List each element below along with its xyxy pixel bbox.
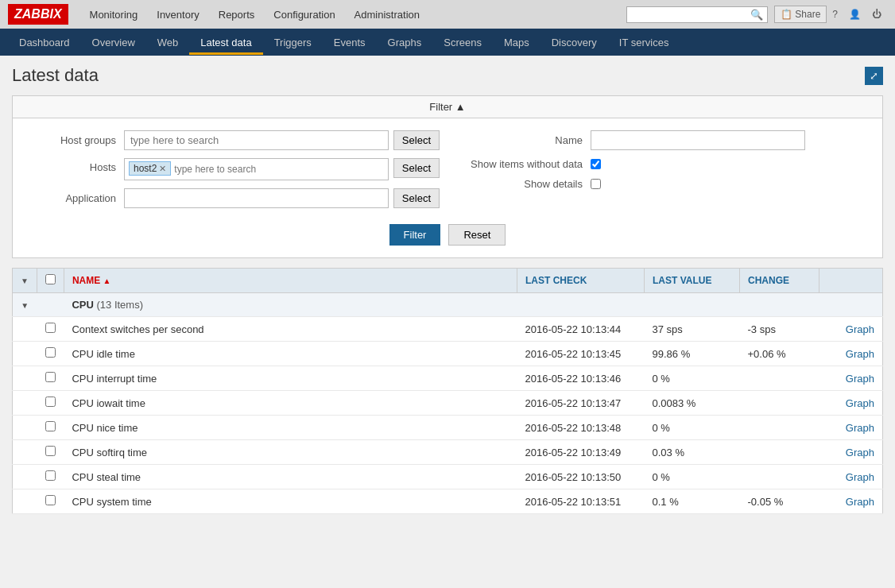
reset-button[interactable]: Reset [448,224,506,246]
table-row: CPU system time 2016-05-22 10:13:51 0.1 … [13,489,883,514]
row-graph-6[interactable]: Graph [819,465,883,489]
nav-discovery[interactable]: Discovery [540,30,608,55]
group-toggle[interactable]: ▼ [13,293,37,317]
group-count: (13 Items) [96,299,143,311]
th-check[interactable] [37,269,64,293]
collapse-all-icon[interactable]: ▼ [21,277,29,285]
nav-triggers[interactable]: Triggers [263,30,323,55]
row-change-3 [740,391,819,416]
row-checkbox-7[interactable] [45,495,56,505]
row-check-4[interactable] [37,416,64,440]
row-checkbox-6[interactable] [45,470,56,481]
graph-link-2[interactable]: Graph [846,373,874,385]
nav-reports[interactable]: Reports [209,2,265,27]
row-lastcheck-0: 2016-05-22 10:13:44 [517,317,645,342]
row-change-6 [740,465,819,489]
th-lastcheck[interactable]: LAST CHECK [517,269,645,293]
nav-configuration[interactable]: Configuration [264,2,344,27]
graph-link-0[interactable]: Graph [846,323,874,335]
row-checkbox-0[interactable] [45,323,56,333]
row-checkbox-5[interactable] [45,446,56,456]
nav-maps[interactable]: Maps [493,30,540,55]
group-check [37,293,64,317]
hosts-search-input[interactable] [174,164,384,175]
logout-button[interactable]: ⏻ [866,6,887,22]
nav-overview[interactable]: Overview [81,30,146,55]
row-lastvalue-4: 0 % [645,416,740,440]
row-lastcheck-3: 2016-05-22 10:13:47 [517,391,645,416]
row-checkbox-1[interactable] [45,347,56,358]
group-row: ▼ CPU (13 Items) [13,293,883,317]
search-input[interactable] [631,9,750,20]
row-check-1[interactable] [37,342,64,366]
name-field: Name [455,130,866,150]
row-checkbox-4[interactable] [45,421,56,431]
name-input[interactable] [591,130,805,150]
show-details-checkbox[interactable] [591,179,601,189]
row-check-0[interactable] [37,317,64,342]
host-groups-field: Host groups Select [29,130,440,150]
graph-link-7[interactable]: Graph [846,496,874,508]
row-check-5[interactable] [37,440,64,465]
th-lastvalue[interactable]: LAST VALUE [645,269,740,293]
help-button[interactable]: ? [827,6,843,22]
row-check-3[interactable] [37,391,64,416]
row-graph-7[interactable]: Graph [819,489,883,514]
row-check-6[interactable] [37,465,64,489]
row-graph-0[interactable]: Graph [819,317,883,342]
nav-web[interactable]: Web [146,30,190,55]
row-check-2[interactable] [37,366,64,391]
th-name[interactable]: NAME ▲ [64,269,517,293]
graph-link-1[interactable]: Graph [846,348,874,360]
row-graph-2[interactable]: Graph [819,366,883,391]
row-graph-5[interactable]: Graph [819,440,883,465]
th-toggle[interactable]: ▼ [13,269,37,293]
hosts-select-button[interactable]: Select [393,158,440,178]
select-all-checkbox[interactable] [45,274,56,284]
row-name-4: CPU nice time [64,416,517,440]
host-tag-remove[interactable]: ✕ [159,164,166,174]
application-select-button[interactable]: Select [393,188,440,208]
nav-it-services[interactable]: IT services [608,30,680,55]
nav-dashboard[interactable]: Dashboard [8,30,81,55]
graph-link-5[interactable]: Graph [846,447,874,458]
data-table: ▼ NAME ▲ LAST CHECK LAST VALUE CHANGE ▼ … [12,268,883,514]
graph-link-3[interactable]: Graph [846,397,874,409]
user-button[interactable]: 👤 [843,6,866,22]
expand-button[interactable]: ⤢ [865,67,883,85]
row-lastvalue-5: 0.03 % [645,440,740,465]
second-navbar: Dashboard Overview Web Latest data Trigg… [0,29,895,56]
row-change-5 [740,440,819,465]
nav-inventory[interactable]: Inventory [147,2,208,27]
filter-button[interactable]: Filter [389,224,441,246]
table-row: CPU iowait time 2016-05-22 10:13:47 0.00… [13,391,883,416]
row-check-7[interactable] [37,489,64,514]
row-graph-3[interactable]: Graph [819,391,883,416]
nav-latest-data[interactable]: Latest data [189,30,262,55]
host-tag-container[interactable]: host2 ✕ [124,158,389,180]
application-input[interactable]: CPU [124,188,389,208]
nav-graphs[interactable]: Graphs [377,30,433,55]
nav-monitoring[interactable]: Monitoring [80,2,148,27]
th-change[interactable]: CHANGE [740,269,819,293]
filter-body: Host groups Select Hosts host2 ✕ [13,118,882,257]
row-graph-4[interactable]: Graph [819,416,883,440]
filter-toggle[interactable]: Filter ▲ [429,101,465,113]
group-collapse-icon[interactable]: ▼ [21,301,29,310]
row-checkbox-2[interactable] [45,372,56,382]
row-lastvalue-6: 0 % [645,465,740,489]
row-toggle-2 [13,366,37,391]
graph-link-6[interactable]: Graph [846,471,874,483]
host-groups-select-button[interactable]: Select [393,130,440,150]
row-checkbox-3[interactable] [45,397,56,407]
nav-events[interactable]: Events [323,30,377,55]
graph-link-4[interactable]: Graph [846,422,874,434]
nav-administration[interactable]: Administration [345,2,429,27]
search-icon[interactable]: 🔍 [750,9,763,21]
row-graph-1[interactable]: Graph [819,342,883,366]
host-groups-input[interactable] [124,130,389,150]
row-change-0: -3 sps [740,317,819,342]
share-button[interactable]: 📋 Share [774,6,827,23]
nav-screens[interactable]: Screens [432,30,493,55]
show-without-data-checkbox[interactable] [591,159,601,169]
